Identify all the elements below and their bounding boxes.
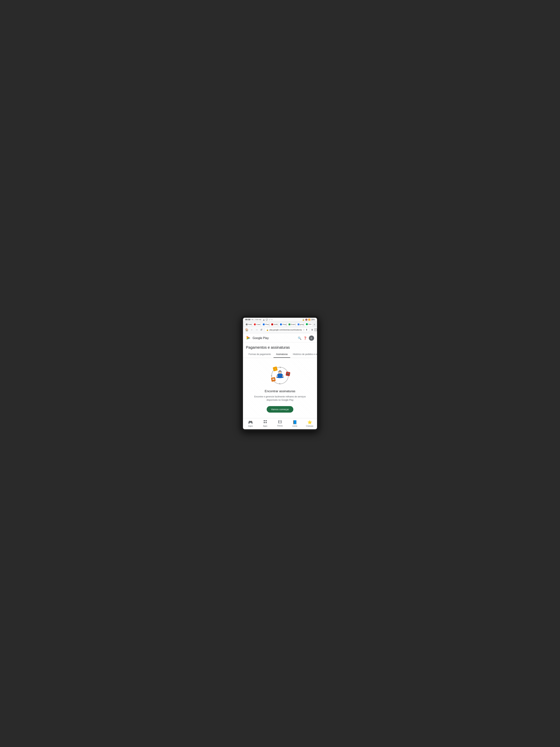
search-button[interactable]: 🔍 xyxy=(298,336,301,340)
bottom-nav: 🎮 Jogos Apps 🎞 Filmes 📘 xyxy=(243,418,317,429)
tab-count-badge[interactable]: 8 xyxy=(314,329,317,331)
tab-historico[interactable]: Histórico de pedidos e verba xyxy=(290,351,317,358)
subscription-svg: ♪ 🎬 📖 xyxy=(268,363,292,386)
subscription-heading: Encontrar assinaturas xyxy=(265,389,295,393)
svg-text:📖: 📖 xyxy=(272,378,275,381)
svg-marker-3 xyxy=(271,375,272,377)
home-button[interactable]: 🏠 xyxy=(245,328,249,332)
url-box[interactable]: 🔒 play.google.com/store/account/subscrip… xyxy=(264,328,310,332)
svg-rect-19 xyxy=(264,420,265,421)
new-tab-button[interactable]: + xyxy=(313,323,316,326)
nav-label-jogos: Jogos xyxy=(248,425,253,427)
svg-text:♪: ♪ xyxy=(275,367,276,370)
download-icon[interactable]: ⬇ xyxy=(306,329,308,331)
play-title: Google Play xyxy=(252,336,269,340)
page-title: Pagamentos e assinaturas xyxy=(246,345,314,350)
play-actions: 🔍 ❓ E xyxy=(298,336,314,341)
forward-button[interactable]: → xyxy=(255,328,258,332)
tab-favicon-goo xyxy=(306,323,308,325)
whatsapp-icon: 💬 xyxy=(266,319,268,321)
browser-tabs: Palato Casa L. Pharyn SciELO Pesqui Exam… xyxy=(243,321,317,327)
nav-label-filmes: Filmes xyxy=(277,425,283,427)
tab-favicon-pesqui xyxy=(280,324,282,325)
apps-grid-icon xyxy=(263,420,267,423)
address-bar: 🏠 ← → ↺ 🔒 play.google.com/store/account/… xyxy=(243,327,317,333)
lock-status-icon: 🔒 xyxy=(302,319,304,321)
url-text: play.google.com/store/account/subscrip xyxy=(269,329,302,331)
user-avatar[interactable]: E xyxy=(309,336,314,341)
svg-point-17 xyxy=(282,375,284,377)
nav-item-apps[interactable]: Apps xyxy=(261,420,270,427)
tab-palato[interactable]: Palato xyxy=(244,323,252,326)
cloud-icon: ☁ xyxy=(263,319,265,321)
status-date: ter., 2 de mai. xyxy=(251,319,262,320)
subscription-illustration: ♪ 🎬 📖 xyxy=(268,363,292,386)
tab-pharyn[interactable]: Pharyn xyxy=(261,323,269,326)
tab-label-palato: Palato xyxy=(248,324,252,325)
play-logo: Google Play xyxy=(246,336,269,341)
tab-casa[interactable]: Casa L. xyxy=(252,323,261,326)
tab-scielo[interactable]: SciELO xyxy=(270,323,278,326)
page-title-section: Pagamentos e assinaturas xyxy=(243,342,317,351)
books-icon: 📘 xyxy=(293,420,297,424)
content-wrapper: Google Play 🔍 ❓ E Pagamentos e assinatur… xyxy=(243,333,317,418)
bookmark-icon[interactable]: ☆ xyxy=(303,329,305,331)
browser-actions: ⬆ 8 ⋮ xyxy=(311,329,317,331)
nav-label-apps: Apps xyxy=(263,425,267,427)
status-time: 09:59 xyxy=(245,318,250,321)
tab-assinaturas[interactable]: Assinaturas xyxy=(273,351,290,358)
dot-icon: • xyxy=(272,319,272,321)
battery-level: 26% xyxy=(311,319,315,321)
tab-favicon-scielo xyxy=(271,324,273,325)
nav-item-criancas[interactable]: ⭐ Crianças xyxy=(305,420,314,427)
device-screen: 09:59 ter., 2 de mai. ☁ 💬 ✓ • 🔒 🔇 📶 26% … xyxy=(243,318,317,429)
svg-rect-22 xyxy=(266,422,267,423)
tab-label-pharyn: Pharyn xyxy=(265,324,269,325)
main-content: Google Play 🔍 ❓ E Pagamentos e assinatur… xyxy=(243,333,317,418)
status-icons: 🔒 🔇 📶 26% xyxy=(302,319,315,321)
content-tabs: Formas de pagamento Assinaturas Históric… xyxy=(243,351,317,358)
tab-favicon-google xyxy=(298,324,299,325)
help-button[interactable]: ❓ xyxy=(303,336,307,340)
tab-label-pesqui: Pesqui xyxy=(283,324,287,325)
kids-icon: ⭐ xyxy=(308,420,312,424)
svg-text:🎬: 🎬 xyxy=(287,372,289,375)
refresh-button[interactable]: ↺ xyxy=(260,328,263,332)
status-left: 09:59 ter., 2 de mai. ☁ 💬 ✓ • xyxy=(245,318,272,321)
status-bar: 09:59 ter., 2 de mai. ☁ 💬 ✓ • 🔒 🔇 📶 26% xyxy=(243,318,317,321)
share-icon[interactable]: ⬆ xyxy=(311,329,313,331)
play-header: Google Play 🔍 ❓ E xyxy=(243,333,317,342)
lock-icon: 🔒 xyxy=(266,329,268,331)
films-icon: 🎞 xyxy=(278,420,282,424)
play-logo-icon xyxy=(246,336,251,341)
tab-google[interactable]: google xyxy=(296,323,304,326)
device-frame: 09:59 ter., 2 de mai. ☁ 💬 ✓ • 🔒 🔇 📶 26% … xyxy=(241,316,319,431)
tab-label-google: google xyxy=(300,324,304,325)
back-button[interactable]: ← xyxy=(250,328,254,332)
check-icon: ✓ xyxy=(269,319,271,321)
subscription-content: ♪ 🎬 📖 xyxy=(243,358,317,418)
cta-button[interactable]: Vamos começar xyxy=(267,406,294,413)
tab-favicon-palato xyxy=(246,324,247,325)
tab-favicon-exames xyxy=(289,324,290,325)
tab-label-casa: Casa L. xyxy=(256,324,261,325)
tab-formas-pagamento[interactable]: Formas de pagamento xyxy=(246,351,273,358)
nav-label-criancas: Crianças xyxy=(306,425,313,427)
subscription-description: Encontre e gerencie facilmente milhares … xyxy=(254,395,306,402)
nav-item-livros[interactable]: 📘 Livros xyxy=(290,420,299,427)
svg-point-16 xyxy=(276,375,278,377)
games-icon: 🎮 xyxy=(248,420,253,424)
apps-icon xyxy=(263,420,267,424)
tab-pesqui[interactable]: Pesqui xyxy=(278,323,287,326)
nav-item-filmes[interactable]: 🎞 Filmes xyxy=(275,420,285,427)
nav-label-livros: Livros xyxy=(292,425,297,427)
tab-favicon-casa xyxy=(254,324,256,325)
tab-label-exames: Exames xyxy=(291,324,296,325)
tab-exames[interactable]: Exames xyxy=(287,323,296,326)
nav-item-jogos[interactable]: 🎮 Jogos xyxy=(246,420,255,427)
tab-favicon-pharyn xyxy=(263,324,265,325)
wifi-icon: 📶 xyxy=(308,319,310,321)
tab-goo-active[interactable]: Goo ✕ xyxy=(304,323,313,326)
mute-icon: 🔇 xyxy=(305,319,308,321)
tab-label-scielo: SciELO xyxy=(274,324,278,325)
